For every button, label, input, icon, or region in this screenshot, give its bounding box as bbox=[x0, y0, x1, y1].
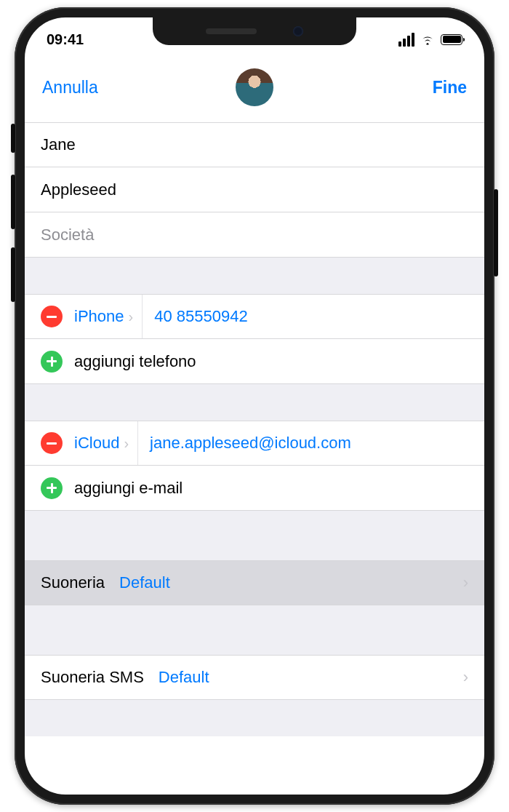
nav-bar: Annulla Fine bbox=[25, 54, 484, 122]
email-address-value[interactable]: jane.appleseed@icloud.com bbox=[150, 434, 351, 453]
contact-avatar[interactable] bbox=[236, 68, 273, 106]
add-phone-label: aggiungi telefono bbox=[74, 352, 196, 371]
chevron-right-icon: › bbox=[463, 573, 468, 592]
chevron-right-icon: › bbox=[463, 668, 468, 687]
phone-frame: 09:41 Annulla Fine Jane Appleseed Societ… bbox=[15, 7, 494, 805]
email-type-button[interactable]: iCloud bbox=[74, 434, 119, 453]
last-name-field[interactable]: Appleseed bbox=[25, 167, 484, 212]
first-name-field[interactable]: Jane bbox=[25, 122, 484, 167]
cellular-icon bbox=[398, 33, 414, 47]
chevron-right-icon: › bbox=[119, 435, 137, 452]
last-name-value: Appleseed bbox=[41, 180, 116, 199]
ringtone-label: Suoneria bbox=[41, 573, 105, 592]
ringtone-value: Default bbox=[119, 573, 170, 592]
add-email-label: aggiungi e-mail bbox=[74, 479, 183, 498]
first-name-value: Jane bbox=[41, 135, 76, 154]
text-tone-label: Suoneria SMS bbox=[41, 668, 144, 687]
email-entry-row[interactable]: iCloud › jane.appleseed@icloud.com bbox=[25, 421, 484, 466]
phone-entry-row[interactable]: iPhone › 40 85550942 bbox=[25, 294, 484, 339]
remove-email-button[interactable] bbox=[41, 432, 63, 454]
remove-phone-button[interactable] bbox=[41, 306, 63, 327]
wifi-icon bbox=[420, 33, 436, 45]
battery-icon bbox=[441, 34, 462, 45]
ringtone-row[interactable]: Suoneria Default › bbox=[25, 560, 484, 605]
add-email-button[interactable] bbox=[41, 477, 63, 499]
text-tone-row[interactable]: Suoneria SMS Default › bbox=[25, 655, 484, 700]
done-button[interactable]: Fine bbox=[273, 78, 467, 97]
company-field[interactable]: Società bbox=[25, 212, 484, 258]
status-time: 09:41 bbox=[47, 31, 84, 48]
notch bbox=[153, 17, 356, 45]
company-placeholder: Società bbox=[41, 226, 94, 244]
cancel-button[interactable]: Annulla bbox=[42, 78, 236, 97]
screen: 09:41 Annulla Fine Jane Appleseed Societ… bbox=[25, 17, 484, 795]
add-email-row[interactable]: aggiungi e-mail bbox=[25, 466, 484, 511]
phone-type-button[interactable]: iPhone bbox=[74, 307, 124, 326]
phone-number-value[interactable]: 40 85550942 bbox=[154, 307, 247, 326]
chevron-right-icon: › bbox=[124, 309, 143, 325]
add-phone-button[interactable] bbox=[41, 351, 63, 373]
contact-form: Jane Appleseed Società iPhone › 40 85550… bbox=[25, 122, 484, 736]
text-tone-value: Default bbox=[159, 668, 209, 687]
add-phone-row[interactable]: aggiungi telefono bbox=[25, 339, 484, 384]
